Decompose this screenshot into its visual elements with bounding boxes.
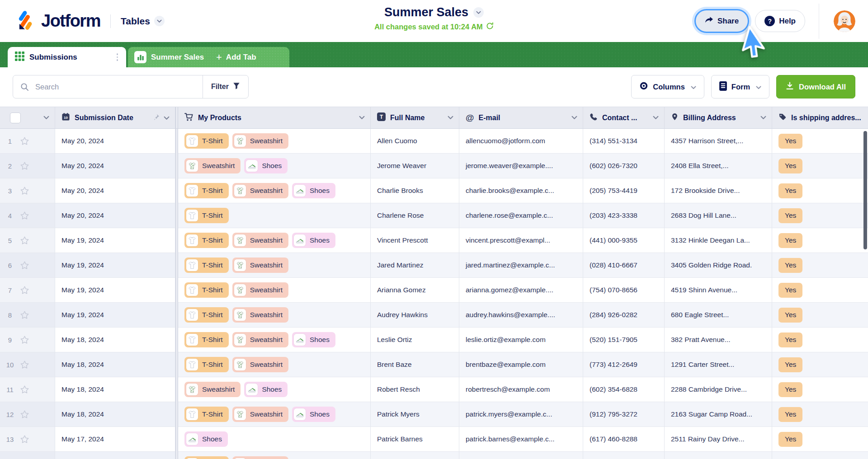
cell-billing-address[interactable]: 1291 Carter Street...: [665, 352, 772, 377]
cell-submission-date[interactable]: May 19, 2024: [55, 228, 175, 253]
cell-my-products[interactable]: T-ShirtSweatshirt: [178, 129, 371, 154]
cell-my-products[interactable]: SweatshirtShoes: [178, 377, 371, 402]
cell-submission-date[interactable]: May 18, 2024: [55, 402, 175, 427]
cell-contact[interactable]: (314) 551-3134: [583, 129, 665, 154]
cell-is-shipping-address[interactable]: Yes: [772, 203, 868, 228]
cell-my-products[interactable]: T-ShirtSweatshirt: [178, 253, 371, 278]
star-icon[interactable]: [20, 310, 29, 320]
column-header-billing-address[interactable]: Billing Address: [665, 107, 772, 129]
cell-full-name[interactable]: Jared Martinez: [371, 253, 459, 278]
cell-full-name[interactable]: Jerome Weaver: [371, 154, 459, 178]
tab-summer-sales[interactable]: Summer Sales: [128, 47, 216, 67]
cell-my-products[interactable]: T-ShirtSweatshirtShoes: [178, 178, 371, 203]
cell-submission-date[interactable]: May 19, 2024: [55, 253, 175, 278]
column-header-submission-date[interactable]: 10 Submission Date: [55, 107, 175, 129]
cell-my-products[interactable]: SweatshirtShoes: [178, 154, 371, 178]
cell-full-name[interactable]: [371, 452, 459, 459]
cell-email[interactable]: audrey.hawkins@example....: [459, 303, 583, 328]
cell-billing-address[interactable]: 172 Brookside Drive...: [665, 178, 772, 203]
cell-is-shipping-address[interactable]: Yes: [772, 154, 868, 178]
cell-submission-date[interactable]: May 20, 2024: [55, 178, 175, 203]
cell-full-name[interactable]: Charlene Rose: [371, 203, 459, 228]
cell-submission-date[interactable]: May 19, 2024: [55, 303, 175, 328]
cell-email[interactable]: vincent.prescott@exampl...: [459, 228, 583, 253]
cell-contact[interactable]: (520) 151-7905: [583, 328, 665, 352]
chevron-down-icon[interactable]: [164, 114, 170, 122]
tab-submissions[interactable]: Submissions: [8, 47, 126, 67]
add-tab-button[interactable]: + Add Tab: [209, 47, 289, 67]
cell-contact[interactable]: (912) 795-3272: [583, 402, 665, 427]
cell-billing-address[interactable]: 4519 Shinn Avenue...: [665, 278, 772, 303]
cell-my-products[interactable]: T-ShirtSweatshirtShoes: [178, 402, 371, 427]
star-icon[interactable]: [20, 211, 29, 220]
star-icon[interactable]: [20, 360, 29, 370]
download-all-button[interactable]: Download All: [776, 75, 855, 98]
cell-billing-address[interactable]: 4357 Harrison Street,...: [665, 129, 772, 154]
cell-contact[interactable]: (773) 412-2649: [583, 352, 665, 377]
cell-billing-address[interactable]: 680 Eagle Street...: [665, 303, 772, 328]
cell-is-shipping-address[interactable]: Yes: [772, 228, 868, 253]
cell-billing-address[interactable]: 2683 Dog Hill Lane...: [665, 203, 772, 228]
select-all-header[interactable]: [0, 107, 55, 129]
search-input[interactable]: [34, 82, 203, 92]
chevron-down-icon[interactable]: [359, 116, 365, 120]
cell-billing-address[interactable]: 2408 Ella Street,...: [665, 154, 772, 178]
cell-full-name[interactable]: Patrick Barnes: [371, 427, 459, 452]
share-button[interactable]: Share: [696, 10, 748, 32]
cell-is-shipping-address[interactable]: Yes: [772, 129, 868, 154]
column-header-contact[interactable]: Contact ...: [583, 107, 665, 129]
star-icon[interactable]: [20, 335, 29, 345]
cell-email[interactable]: [459, 452, 583, 459]
cell-contact[interactable]: (754) 070-8656: [583, 278, 665, 303]
star-icon[interactable]: [20, 186, 29, 196]
cell-is-shipping-address[interactable]: Yes: [772, 178, 868, 203]
star-icon[interactable]: [20, 236, 29, 245]
cell-submission-date[interactable]: May 20, 2024: [55, 129, 175, 154]
form-button[interactable]: Form: [711, 75, 769, 98]
chevron-down-icon[interactable]: [760, 116, 766, 120]
cell-full-name[interactable]: Allen Cuomo: [371, 129, 459, 154]
columns-button[interactable]: Columns: [631, 75, 704, 98]
cell-email[interactable]: brentbaze@example.com: [459, 352, 583, 377]
cell-full-name[interactable]: Vincent Prescott: [371, 228, 459, 253]
cell-email[interactable]: leslie.ortiz@example.com: [459, 328, 583, 352]
cell-my-products[interactable]: T-ShirtSweatshirt: [178, 278, 371, 303]
filter-button[interactable]: Filter: [203, 75, 248, 98]
cell-email[interactable]: patrick.myers@example.c...: [459, 402, 583, 427]
chevron-down-icon[interactable]: [653, 116, 659, 120]
select-all-checkbox[interactable]: [10, 112, 21, 123]
cell-full-name[interactable]: Charlie Brooks: [371, 178, 459, 203]
cell-submission-date[interactable]: May 20, 2024: [55, 203, 175, 228]
column-header-is-shipping-address[interactable]: Is shipping addres...: [772, 107, 868, 129]
column-header-full-name[interactable]: T Full Name: [371, 107, 459, 129]
cell-is-shipping-address[interactable]: Yes: [772, 253, 868, 278]
star-icon[interactable]: [20, 161, 29, 171]
cell-is-shipping-address[interactable]: Yes: [772, 352, 868, 377]
user-avatar[interactable]: [834, 10, 855, 32]
tables-dropdown[interactable]: Tables: [121, 16, 165, 27]
cell-my-products[interactable]: T-ShirtSweatshirt: [178, 452, 371, 459]
cell-full-name[interactable]: Brent Baze: [371, 352, 459, 377]
cell-my-products[interactable]: T-Shirt: [178, 203, 371, 228]
star-icon[interactable]: [20, 435, 29, 444]
cell-my-products[interactable]: T-ShirtSweatshirt: [178, 303, 371, 328]
cell-contact[interactable]: (205) 753-4419: [583, 178, 665, 203]
vertical-scrollbar-thumb[interactable]: [863, 131, 867, 249]
cell-is-shipping-address[interactable]: Yes: [772, 278, 868, 303]
cell-billing-address[interactable]: 382 Pratt Avenue...: [665, 328, 772, 352]
star-icon[interactable]: [20, 385, 29, 394]
cell-email[interactable]: jared.martinez@example.c...: [459, 253, 583, 278]
star-icon[interactable]: [20, 261, 29, 270]
chevron-down-icon[interactable]: [43, 116, 49, 120]
star-icon[interactable]: [20, 286, 29, 295]
chevron-down-icon[interactable]: [571, 116, 577, 120]
cell-billing-address[interactable]: 2163 Sugar Camp Road...: [665, 402, 772, 427]
cell-is-shipping-address[interactable]: [772, 452, 868, 459]
help-button[interactable]: ? Help: [755, 10, 805, 32]
cell-submission-date[interactable]: May 18, 2024: [55, 377, 175, 402]
cell-is-shipping-address[interactable]: Yes: [772, 303, 868, 328]
cell-contact[interactable]: (602) 354-6828: [583, 377, 665, 402]
title-menu-chevron-icon[interactable]: [473, 7, 484, 18]
cell-my-products[interactable]: T-ShirtSweatshirtShoes: [178, 328, 371, 352]
star-icon[interactable]: [20, 136, 29, 146]
